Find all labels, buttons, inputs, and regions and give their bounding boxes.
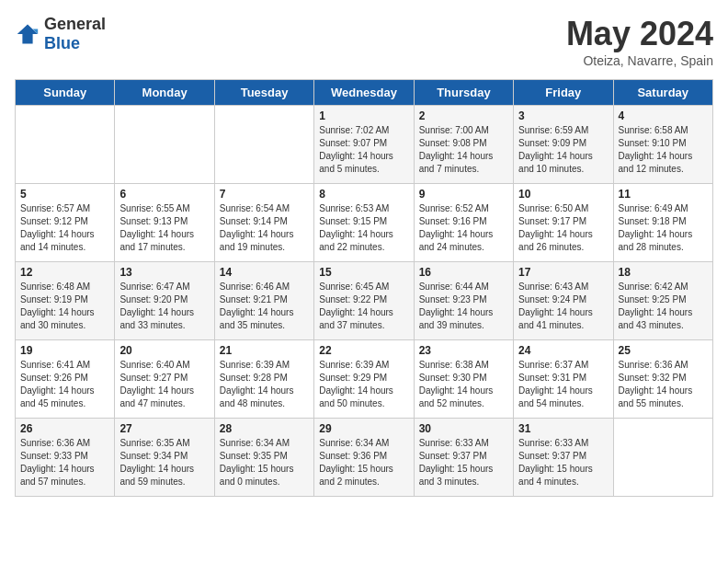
day-info: Sunrise: 6:53 AMSunset: 9:15 PMDaylight:…	[319, 202, 408, 254]
calendar-cell: 16Sunrise: 6:44 AMSunset: 9:23 PMDayligh…	[414, 262, 513, 340]
calendar-table: SundayMondayTuesdayWednesdayThursdayFrid…	[15, 79, 713, 497]
calendar-cell: 1Sunrise: 7:02 AMSunset: 9:07 PMDaylight…	[314, 106, 414, 184]
calendar-header-row: SundayMondayTuesdayWednesdayThursdayFrid…	[16, 80, 713, 106]
day-number: 28	[220, 422, 309, 435]
calendar-cell: 21Sunrise: 6:39 AMSunset: 9:28 PMDayligh…	[214, 340, 313, 419]
day-info: Sunrise: 6:39 AMSunset: 9:28 PMDaylight:…	[220, 359, 309, 410]
logo-icon	[15, 21, 40, 47]
calendar-cell: 13Sunrise: 6:47 AMSunset: 9:20 PMDayligh…	[115, 262, 214, 340]
page-header: General Blue May 2024 Oteiza, Navarre, S…	[15, 15, 713, 68]
calendar-cell: 25Sunrise: 6:36 AMSunset: 9:32 PMDayligh…	[613, 340, 712, 419]
calendar-cell: 12Sunrise: 6:48 AMSunset: 9:19 PMDayligh…	[16, 262, 115, 340]
calendar-cell: 9Sunrise: 6:52 AMSunset: 9:16 PMDaylight…	[414, 184, 513, 262]
day-info: Sunrise: 6:54 AMSunset: 9:14 PMDaylight:…	[220, 202, 309, 254]
calendar-cell	[613, 419, 712, 497]
col-header-monday: Monday	[115, 80, 214, 106]
col-header-sunday: Sunday	[16, 80, 115, 106]
day-number: 30	[419, 422, 508, 435]
day-number: 19	[20, 344, 109, 357]
calendar-cell: 20Sunrise: 6:40 AMSunset: 9:27 PMDayligh…	[115, 340, 214, 419]
day-number: 10	[518, 188, 608, 201]
day-info: Sunrise: 6:40 AMSunset: 9:27 PMDaylight:…	[119, 359, 209, 410]
col-header-saturday: Saturday	[613, 80, 712, 106]
col-header-tuesday: Tuesday	[214, 80, 313, 106]
day-number: 21	[220, 344, 309, 357]
day-number: 8	[319, 188, 408, 201]
calendar-cell: 22Sunrise: 6:39 AMSunset: 9:29 PMDayligh…	[314, 340, 414, 419]
day-info: Sunrise: 6:59 AMSunset: 9:09 PMDaylight:…	[518, 124, 608, 176]
day-info: Sunrise: 6:33 AMSunset: 9:37 PMDaylight:…	[419, 437, 508, 488]
day-info: Sunrise: 6:57 AMSunset: 9:12 PMDaylight:…	[20, 202, 109, 254]
day-number: 13	[119, 266, 209, 279]
day-info: Sunrise: 6:34 AMSunset: 9:35 PMDaylight:…	[220, 437, 309, 488]
col-header-wednesday: Wednesday	[314, 80, 414, 106]
day-number: 18	[619, 266, 708, 279]
day-number: 3	[518, 109, 608, 122]
title-area: May 2024 Oteiza, Navarre, Spain	[566, 15, 713, 68]
calendar-cell: 23Sunrise: 6:38 AMSunset: 9:30 PMDayligh…	[414, 340, 513, 419]
day-number: 24	[518, 344, 608, 357]
day-info: Sunrise: 6:36 AMSunset: 9:32 PMDaylight:…	[619, 359, 708, 410]
day-info: Sunrise: 6:41 AMSunset: 9:26 PMDaylight:…	[20, 359, 109, 410]
calendar-cell: 5Sunrise: 6:57 AMSunset: 9:12 PMDaylight…	[16, 184, 115, 262]
day-number: 27	[119, 422, 209, 435]
calendar-cell: 8Sunrise: 6:53 AMSunset: 9:15 PMDaylight…	[314, 184, 414, 262]
calendar-week-row: 5Sunrise: 6:57 AMSunset: 9:12 PMDaylight…	[16, 184, 713, 262]
day-number: 26	[20, 422, 109, 435]
day-number: 7	[220, 188, 309, 201]
main-title: May 2024	[566, 15, 713, 53]
calendar-week-row: 19Sunrise: 6:41 AMSunset: 9:26 PMDayligh…	[16, 340, 713, 419]
day-number: 4	[619, 109, 708, 122]
day-number: 5	[20, 188, 109, 201]
day-number: 22	[319, 344, 408, 357]
calendar-week-row: 12Sunrise: 6:48 AMSunset: 9:19 PMDayligh…	[16, 262, 713, 340]
calendar-cell: 14Sunrise: 6:46 AMSunset: 9:21 PMDayligh…	[214, 262, 313, 340]
day-number: 12	[20, 266, 109, 279]
day-info: Sunrise: 6:49 AMSunset: 9:18 PMDaylight:…	[619, 202, 708, 254]
day-info: Sunrise: 6:34 AMSunset: 9:36 PMDaylight:…	[319, 437, 408, 488]
calendar-cell: 18Sunrise: 6:42 AMSunset: 9:25 PMDayligh…	[613, 262, 712, 340]
day-info: Sunrise: 6:45 AMSunset: 9:22 PMDaylight:…	[319, 281, 408, 332]
day-number: 23	[419, 344, 508, 357]
calendar-cell: 28Sunrise: 6:34 AMSunset: 9:35 PMDayligh…	[214, 419, 313, 497]
day-number: 6	[119, 188, 209, 201]
day-info: Sunrise: 6:33 AMSunset: 9:37 PMDaylight:…	[518, 437, 608, 488]
day-info: Sunrise: 6:52 AMSunset: 9:16 PMDaylight:…	[419, 202, 508, 254]
day-number: 9	[419, 188, 508, 201]
day-number: 1	[319, 109, 408, 122]
calendar-week-row: 1Sunrise: 7:02 AMSunset: 9:07 PMDaylight…	[16, 106, 713, 184]
calendar-cell: 15Sunrise: 6:45 AMSunset: 9:22 PMDayligh…	[314, 262, 414, 340]
day-info: Sunrise: 6:55 AMSunset: 9:13 PMDaylight:…	[119, 202, 209, 254]
calendar-cell: 4Sunrise: 6:58 AMSunset: 9:10 PMDaylight…	[613, 106, 712, 184]
calendar-cell: 26Sunrise: 6:36 AMSunset: 9:33 PMDayligh…	[16, 419, 115, 497]
logo-text: General Blue	[44, 15, 106, 53]
calendar-cell: 17Sunrise: 6:43 AMSunset: 9:24 PMDayligh…	[514, 262, 613, 340]
calendar-cell: 10Sunrise: 6:50 AMSunset: 9:17 PMDayligh…	[514, 184, 613, 262]
day-number: 20	[119, 344, 209, 357]
day-number: 14	[220, 266, 309, 279]
calendar-cell: 24Sunrise: 6:37 AMSunset: 9:31 PMDayligh…	[514, 340, 613, 419]
calendar-week-row: 26Sunrise: 6:36 AMSunset: 9:33 PMDayligh…	[16, 419, 713, 497]
calendar-cell: 19Sunrise: 6:41 AMSunset: 9:26 PMDayligh…	[16, 340, 115, 419]
day-number: 29	[319, 422, 408, 435]
day-number: 16	[419, 266, 508, 279]
calendar-cell	[214, 106, 313, 184]
day-info: Sunrise: 7:02 AMSunset: 9:07 PMDaylight:…	[319, 124, 408, 176]
logo: General Blue	[15, 15, 106, 53]
day-info: Sunrise: 6:35 AMSunset: 9:34 PMDaylight:…	[119, 437, 209, 488]
day-info: Sunrise: 6:47 AMSunset: 9:20 PMDaylight:…	[119, 281, 209, 332]
day-info: Sunrise: 6:36 AMSunset: 9:33 PMDaylight:…	[20, 437, 109, 488]
calendar-cell: 29Sunrise: 6:34 AMSunset: 9:36 PMDayligh…	[314, 419, 414, 497]
col-header-thursday: Thursday	[414, 80, 513, 106]
calendar-cell: 31Sunrise: 6:33 AMSunset: 9:37 PMDayligh…	[514, 419, 613, 497]
day-info: Sunrise: 6:39 AMSunset: 9:29 PMDaylight:…	[319, 359, 408, 410]
calendar-cell: 2Sunrise: 7:00 AMSunset: 9:08 PMDaylight…	[414, 106, 513, 184]
subtitle: Oteiza, Navarre, Spain	[566, 53, 713, 68]
day-info: Sunrise: 6:44 AMSunset: 9:23 PMDaylight:…	[419, 281, 508, 332]
day-number: 2	[419, 109, 508, 122]
col-header-friday: Friday	[514, 80, 613, 106]
day-number: 11	[619, 188, 708, 201]
day-number: 25	[619, 344, 708, 357]
day-info: Sunrise: 6:50 AMSunset: 9:17 PMDaylight:…	[518, 202, 608, 254]
day-info: Sunrise: 6:46 AMSunset: 9:21 PMDaylight:…	[220, 281, 309, 332]
